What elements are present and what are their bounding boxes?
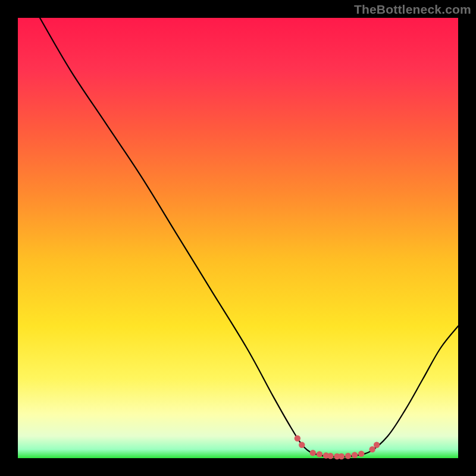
bottleneck-curve [40,18,458,457]
chart-svg [18,18,458,458]
watermark-text: TheBottleneck.com [354,2,471,17]
trough-marker [310,450,316,456]
trough-marker [345,453,351,459]
trough-marker [317,451,322,457]
trough-marker [369,446,375,452]
trough-marker [295,436,300,441]
trough-marker [352,452,358,458]
trough-marker [299,442,305,448]
trough-markers [295,436,380,460]
trough-marker [374,442,380,448]
trough-marker [339,453,345,459]
chart-frame: TheBottleneck.com [0,0,476,476]
trough-marker [358,450,364,456]
trough-marker [327,453,333,459]
